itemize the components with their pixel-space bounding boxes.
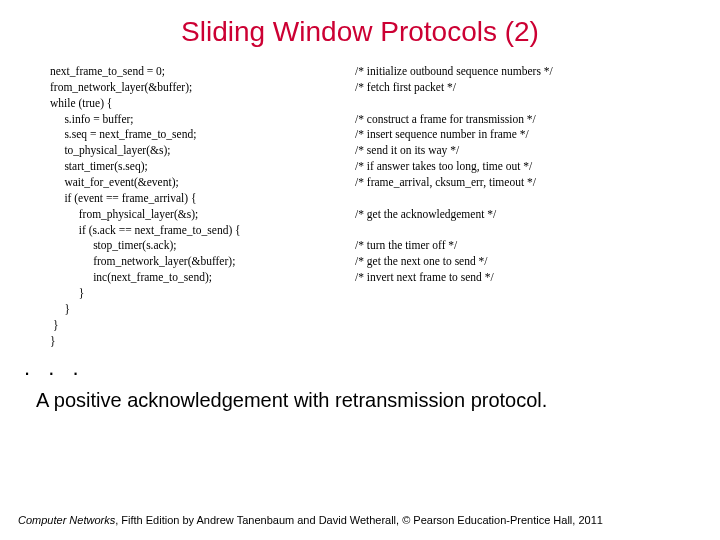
continuation-ellipsis: . . . <box>0 355 720 381</box>
code-line: inc(next_frame_to_send);/* invert next f… <box>50 270 670 286</box>
code-stmt: s.seq = next_frame_to_send; <box>50 127 355 143</box>
code-comment: /* construct a frame for transmission */ <box>355 112 670 128</box>
code-line: to_physical_layer(&s);/* send it on its … <box>50 143 670 159</box>
code-stmt: inc(next_frame_to_send); <box>50 270 355 286</box>
code-stmt: } <box>50 302 355 318</box>
code-comment <box>355 96 670 112</box>
code-stmt: if (s.ack == next_frame_to_send) { <box>50 223 355 239</box>
code-stmt: s.info = buffer; <box>50 112 355 128</box>
footer-rest: , Fifth Edition by Andrew Tanenbaum and … <box>115 514 603 526</box>
code-line: wait_for_event(&event);/* frame_arrival,… <box>50 175 670 191</box>
code-comment <box>355 334 670 350</box>
code-line: } <box>50 318 670 334</box>
footer-book-title: Computer Networks <box>18 514 115 526</box>
code-stmt: stop_timer(s.ack); <box>50 238 355 254</box>
code-stmt: start_timer(s.seq); <box>50 159 355 175</box>
code-line: if (event == frame_arrival) { <box>50 191 670 207</box>
footer-citation: Computer Networks, Fifth Edition by Andr… <box>18 514 603 526</box>
code-line: while (true) { <box>50 96 670 112</box>
code-stmt: wait_for_event(&event); <box>50 175 355 191</box>
code-stmt: } <box>50 286 355 302</box>
code-comment <box>355 318 670 334</box>
code-block: next_frame_to_send = 0;/* initialize out… <box>0 58 720 349</box>
code-comment: /* turn the timer off */ <box>355 238 670 254</box>
code-stmt: while (true) { <box>50 96 355 112</box>
code-stmt: if (event == frame_arrival) { <box>50 191 355 207</box>
code-stmt: } <box>50 334 355 350</box>
code-comment <box>355 302 670 318</box>
slide-title: Sliding Window Protocols (2) <box>0 0 720 58</box>
code-line: s.info = buffer;/* construct a frame for… <box>50 112 670 128</box>
code-line: if (s.ack == next_frame_to_send) { <box>50 223 670 239</box>
code-comment: /* initialize outbound sequence numbers … <box>355 64 670 80</box>
code-line: from_network_layer(&buffer);/* fetch fir… <box>50 80 670 96</box>
code-comment: /* frame_arrival, cksum_err, timeout */ <box>355 175 670 191</box>
code-line: } <box>50 302 670 318</box>
code-comment: /* send it on its way */ <box>355 143 670 159</box>
code-stmt: from_network_layer(&buffer); <box>50 80 355 96</box>
code-comment <box>355 223 670 239</box>
code-stmt: } <box>50 318 355 334</box>
code-comment: /* get the next one to send */ <box>355 254 670 270</box>
slide-caption: A positive acknowledgement with retransm… <box>0 381 720 412</box>
code-line: } <box>50 286 670 302</box>
code-comment: /* invert next frame to send */ <box>355 270 670 286</box>
code-comment: /* if answer takes too long, time out */ <box>355 159 670 175</box>
code-comment <box>355 286 670 302</box>
code-comment: /* get the acknowledgement */ <box>355 207 670 223</box>
code-comment: /* fetch first packet */ <box>355 80 670 96</box>
code-line: } <box>50 334 670 350</box>
code-comment: /* insert sequence number in frame */ <box>355 127 670 143</box>
code-line: s.seq = next_frame_to_send;/* insert seq… <box>50 127 670 143</box>
code-comment <box>355 191 670 207</box>
code-stmt: from_network_layer(&buffer); <box>50 254 355 270</box>
code-stmt: to_physical_layer(&s); <box>50 143 355 159</box>
code-line: from_physical_layer(&s);/* get the ackno… <box>50 207 670 223</box>
code-line: next_frame_to_send = 0;/* initialize out… <box>50 64 670 80</box>
code-stmt: from_physical_layer(&s); <box>50 207 355 223</box>
code-line: stop_timer(s.ack);/* turn the timer off … <box>50 238 670 254</box>
code-stmt: next_frame_to_send = 0; <box>50 64 355 80</box>
code-line: from_network_layer(&buffer);/* get the n… <box>50 254 670 270</box>
code-line: start_timer(s.seq);/* if answer takes to… <box>50 159 670 175</box>
